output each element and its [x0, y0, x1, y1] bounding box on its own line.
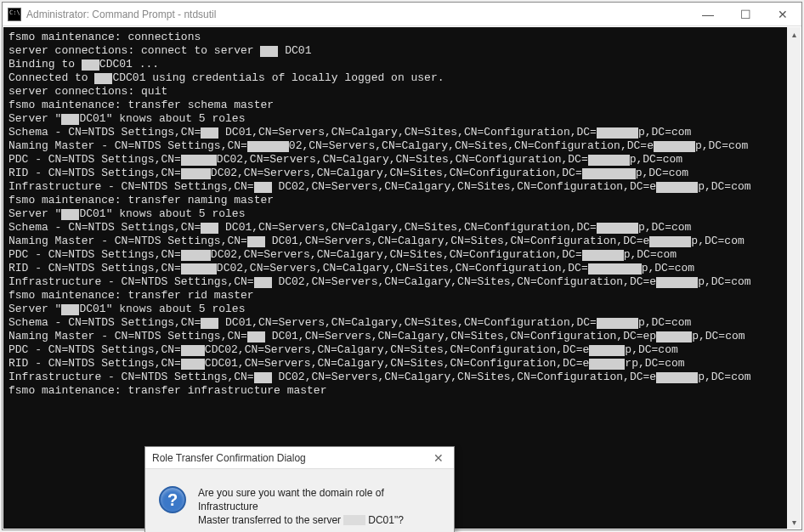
redacted-text: ███: [82, 59, 99, 71]
dialog-line1: Are you sure you want the domain role of…: [198, 487, 384, 512]
terminal-line: Server "███DC01" knows about 5 roles: [8, 303, 796, 316]
terminal-line: Schema - CN=NTDS Settings,CN=███ DC01,CN…: [8, 221, 796, 235]
terminal-line: RID - CN=NTDS Settings,CN=██████DC02,CN=…: [8, 262, 796, 275]
redacted-text: ███████: [654, 141, 695, 152]
redacted-text: ███: [201, 223, 218, 234]
dialog-title: Role Transfer Confirmation Dialog: [152, 452, 430, 464]
cmd-icon: [8, 8, 21, 21]
role-transfer-dialog: Role Transfer Confirmation Dialog ✕ ? Ar…: [144, 446, 455, 532]
terminal-line: fsmo maintenance: transfer infrastructur…: [8, 384, 796, 398]
dialog-message: Are you sure you want the domain role of…: [198, 486, 437, 528]
dialog-body: ? Are you sure you want the domain role …: [145, 469, 454, 532]
terminal-line: Naming Master - CN=NTDS Settings,CN=███ …: [8, 330, 796, 343]
terminal-line: RID - CN=NTDS Settings,CN=█████DC02,CN=S…: [8, 167, 796, 180]
redacted-text: ███████: [656, 277, 698, 288]
terminal-line: fsmo maintenance: transfer naming master: [8, 194, 796, 207]
close-button[interactable]: ✕: [764, 3, 801, 26]
window-title: Administrator: Command Prompt - ntdsutil: [26, 8, 689, 20]
terminal-line: Infrastructure - CN=NTDS Settings,CN=███…: [8, 371, 796, 384]
maximize-button[interactable]: ☐: [727, 3, 764, 26]
dialog-close-button[interactable]: ✕: [430, 451, 447, 465]
dialog-titlebar[interactable]: Role Transfer Confirmation Dialog ✕: [145, 447, 454, 469]
redacted-text: ███: [61, 114, 79, 125]
scroll-down-icon[interactable]: ▾: [787, 515, 801, 529]
terminal-line: fsmo maintenance: connections: [8, 31, 796, 44]
redacted-text: ███████: [656, 372, 698, 383]
redacted-text: ███: [61, 209, 79, 220]
terminal-line: Schema - CN=NTDS Settings,CN=███ DC01,CN…: [8, 126, 796, 139]
redacted-text: ███: [254, 277, 272, 288]
scroll-up-icon[interactable]: ▴: [787, 27, 801, 41]
minimize-button[interactable]: —: [689, 3, 727, 26]
redacted-text: █████████: [588, 263, 642, 274]
terminal-line: Infrastructure - CN=NTDS Settings,CN=███…: [8, 275, 796, 289]
redacted-text: ███: [247, 331, 265, 342]
redacted-text: ███████: [582, 250, 624, 261]
redacted-text: ██████: [656, 331, 692, 342]
terminal-line: PDC - CN=NTDS Settings,CN=█████DC02,CN=S…: [8, 248, 796, 262]
redacted-text: ██████: [181, 155, 217, 166]
terminal-line: fsmo maintenance: transfer rid master: [8, 289, 796, 303]
dialog-line2a: Master transferred to the server: [198, 514, 343, 526]
redacted-text: ███: [254, 372, 272, 383]
terminal-line: Server "███DC01" knows about 5 roles: [8, 112, 796, 126]
terminal-line: fsmo maintenance: transfer schema master: [8, 99, 796, 112]
vertical-scrollbar[interactable]: ▴ ▾: [787, 27, 801, 529]
redacted-text: ████: [181, 345, 205, 356]
terminal-line: PDC - CN=NTDS Settings,CN=██████DC02,CN=…: [8, 153, 796, 167]
redacted-text: ███: [201, 127, 218, 139]
terminal-line: PDC - CN=NTDS Settings,CN=████CDC02,CN=S…: [8, 343, 796, 357]
terminal-line: Binding to ███CDC01 ...: [8, 58, 796, 71]
titlebar[interactable]: Administrator: Command Prompt - ntdsutil…: [3, 3, 801, 26]
redacted-text: █████████: [582, 168, 636, 179]
redacted-text: ███████: [597, 223, 638, 234]
redacted-text: █████: [181, 250, 211, 261]
terminal-line: Connected to ███CDC01 using credentials …: [8, 71, 796, 85]
terminal-line: Infrastructure - CN=NTDS Settings,CN=███…: [8, 180, 796, 194]
redacted-text: ███████: [597, 318, 638, 329]
terminal-line: Naming Master - CN=NTDS Settings,CN=███ …: [8, 235, 796, 248]
redacted-text: ███████: [649, 236, 691, 247]
redacted-text: ███████: [656, 182, 698, 193]
redacted-text: ███: [201, 318, 218, 329]
redacted-text: ███: [254, 182, 272, 193]
redacted-text: ███████: [588, 155, 630, 166]
redacted-text: ███: [247, 236, 265, 247]
terminal-line: Schema - CN=NTDS Settings,CN=███ DC01,CN…: [8, 316, 796, 330]
redacted-text: █████: [181, 168, 211, 179]
dialog-line2b: DC01"?: [365, 514, 404, 526]
redacted-text: ██████: [181, 263, 217, 274]
redacted-text: ███: [61, 304, 79, 315]
redacted-text: ███████: [247, 141, 289, 152]
terminal-line: RID - CN=NTDS Settings,CN=████CDC01,CN=S…: [8, 357, 796, 371]
question-icon: ?: [159, 486, 186, 513]
redacted-text: ███: [260, 46, 278, 57]
redacted-text: ████: [181, 359, 205, 370]
terminal-line: server connections: quit: [8, 85, 796, 99]
terminal-line: Naming Master - CN=NTDS Settings,CN=████…: [8, 139, 796, 153]
redacted-text: ███: [94, 73, 112, 84]
redacted-text: ██████: [589, 359, 625, 370]
window-controls: — ☐ ✕: [689, 3, 801, 26]
redacted-server: ███: [343, 515, 365, 525]
terminal-line: Server "███DC01" knows about 5 roles: [8, 207, 796, 221]
terminal-line: server connections: connect to server ██…: [8, 44, 796, 58]
redacted-text: ██████: [589, 345, 625, 356]
redacted-text: ███████: [597, 127, 638, 139]
